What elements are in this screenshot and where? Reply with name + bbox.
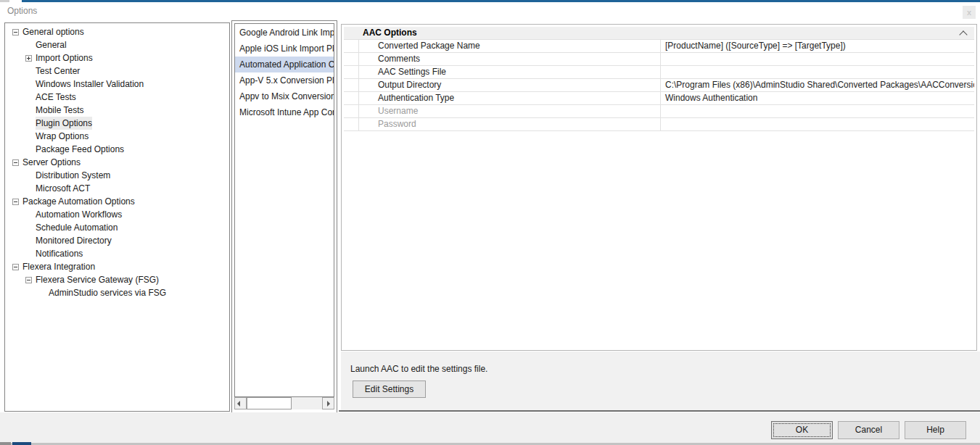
- property-name: Password: [359, 118, 661, 130]
- tree-item-label: Wrap Options: [36, 130, 88, 143]
- property-name: Comments: [359, 53, 661, 65]
- tree-item-general-options[interactable]: General options: [5, 25, 229, 38]
- row-gutter: [344, 118, 359, 130]
- property-value[interactable]: Windows Authentication: [661, 92, 974, 104]
- property-name: Username: [359, 105, 661, 117]
- scroll-left-button[interactable]: [234, 397, 247, 409]
- property-row-output-directory: Output DirectoryC:\Program Files (x86)\A…: [344, 79, 974, 92]
- tree-item-microsoft-act[interactable]: Microsoft ACT: [5, 182, 229, 195]
- plugin-item-microsoft-intune[interactable]: Microsoft Intune App Con: [235, 104, 334, 120]
- tree-item-package-automation-options[interactable]: Package Automation Options: [5, 195, 229, 208]
- plugin-list-frame: Google Android Link Imp Apple iOS Link I…: [231, 20, 337, 413]
- tree-item-test-center[interactable]: Test Center: [5, 65, 229, 78]
- property-value: [661, 118, 974, 130]
- property-grid: Converted Package Name[ProductName] ([So…: [344, 39, 974, 131]
- tree-item-windows-installer-validation[interactable]: Windows Installer Validation: [5, 78, 229, 91]
- tree-item-label: AdminStudio services via FSG: [49, 286, 166, 299]
- row-gutter: [344, 105, 359, 117]
- dialog-footer: OK Cancel Help: [0, 412, 980, 443]
- tree-collapse-icon[interactable]: [12, 29, 19, 36]
- tree-expand-icon[interactable]: [25, 55, 32, 62]
- tree-item-label: Package Feed Options: [36, 143, 124, 156]
- ok-button[interactable]: OK: [771, 421, 833, 439]
- tree-item-label: Server Options: [22, 156, 81, 169]
- plugin-item-apple-ios[interactable]: Apple iOS Link Import Plu: [235, 41, 334, 57]
- tree-item-schedule-automation[interactable]: Schedule Automation: [5, 221, 229, 234]
- property-value[interactable]: [661, 66, 974, 78]
- plugin-item-appv-5x[interactable]: App-V 5.x Conversion Plu: [235, 72, 334, 88]
- tree-item-label: Plugin Options: [36, 117, 92, 130]
- row-gutter: [344, 66, 359, 78]
- property-value[interactable]: [ProductName] ([SourceType] => [TargetTy…: [661, 40, 974, 52]
- tree-item-adminstudio-services-via-fsg[interactable]: AdminStudio services via FSG: [5, 286, 229, 299]
- tree-item-label: Mobile Tests: [36, 104, 83, 117]
- property-value: [661, 105, 974, 117]
- tree-item-ace-tests[interactable]: ACE Tests: [5, 91, 229, 104]
- plugin-list: Google Android Link Imp Apple iOS Link I…: [234, 23, 334, 397]
- tree-item-flexera-service-gateway[interactable]: Flexera Service Gateway (FSG): [5, 273, 229, 286]
- plugin-item-appv-to-msix[interactable]: Appv to Msix Conversion: [235, 88, 334, 104]
- property-value[interactable]: [661, 53, 974, 65]
- property-name: Authentication Type: [359, 92, 661, 104]
- tree-item-automation-workflows[interactable]: Automation Workflows: [5, 208, 229, 221]
- collapse-chevron-icon[interactable]: [960, 30, 967, 37]
- tree-item-wrap-options[interactable]: Wrap Options: [5, 130, 229, 143]
- cancel-button[interactable]: Cancel: [838, 421, 899, 439]
- window-title: Options: [7, 6, 37, 16]
- launch-section: Launch AAC to edit the settings file. Ed…: [341, 352, 980, 410]
- tree-item-package-feed-options[interactable]: Package Feed Options: [5, 143, 229, 156]
- tree-item-plugin-options[interactable]: Plugin Options: [5, 117, 229, 130]
- tree-item-mobile-tests[interactable]: Mobile Tests: [5, 104, 229, 117]
- tree-item-import-options[interactable]: Import Options: [5, 51, 229, 65]
- tree-item-label: Schedule Automation: [36, 221, 118, 234]
- tree-collapse-icon[interactable]: [12, 159, 19, 166]
- row-gutter: [344, 92, 359, 104]
- tree-item-label: Package Automation Options: [22, 195, 135, 208]
- property-row-username: Username: [344, 105, 974, 118]
- tree-item-label: Import Options: [36, 51, 93, 65]
- scroll-right-icon: [327, 401, 330, 407]
- tree-collapse-icon[interactable]: [12, 264, 19, 270]
- horizontal-scrollbar[interactable]: [234, 397, 334, 409]
- panel-bottom-divider: [339, 410, 980, 412]
- tree-item-notifications[interactable]: Notifications: [5, 247, 229, 260]
- tree-collapse-icon[interactable]: [12, 199, 19, 205]
- tree-item-label: Distribution System: [36, 169, 110, 182]
- row-gutter: [344, 40, 359, 52]
- tree-item-label: Notifications: [36, 247, 83, 260]
- tree-item-label: Windows Installer Validation: [36, 78, 144, 91]
- tree-collapse-icon[interactable]: [25, 277, 32, 283]
- tree-item-label: Flexera Service Gateway (FSG): [36, 273, 159, 286]
- property-row-comments: Comments: [344, 53, 974, 66]
- property-row-aac-settings-file: AAC Settings File: [344, 66, 974, 79]
- tree-item-label: Test Center: [36, 65, 80, 78]
- tree-item-label: Microsoft ACT: [36, 182, 90, 195]
- property-value[interactable]: C:\Program Files (x86)\AdminStudio Share…: [661, 79, 974, 91]
- close-icon[interactable]: x: [963, 6, 976, 19]
- tree-item-server-options[interactable]: Server Options: [5, 156, 229, 169]
- plugin-item-google-android[interactable]: Google Android Link Imp: [235, 25, 334, 41]
- edit-settings-button[interactable]: Edit Settings: [353, 380, 426, 398]
- row-gutter: [344, 79, 359, 91]
- plugin-item-automated-application[interactable]: Automated Application C: [235, 57, 334, 72]
- scrollbar-thumb[interactable]: [247, 397, 292, 409]
- tree-item-distribution-system[interactable]: Distribution System: [5, 169, 229, 182]
- property-name: AAC Settings File: [359, 66, 661, 78]
- help-button[interactable]: Help: [905, 421, 966, 439]
- launch-instruction-text: Launch AAC to edit the settings file.: [341, 352, 980, 374]
- tree-item-label: Flexera Integration: [22, 260, 95, 273]
- tree-item-label: General: [36, 38, 67, 51]
- property-name: Converted Package Name: [359, 40, 661, 52]
- property-row-converted-package-name: Converted Package Name[ProductName] ([So…: [344, 40, 974, 53]
- scroll-left-icon: [237, 401, 240, 407]
- tree-item-label: ACE Tests: [36, 91, 76, 104]
- tree-item-flexera-integration[interactable]: Flexera Integration: [5, 260, 229, 273]
- property-row-authentication-type: Authentication TypeWindows Authenticatio…: [344, 92, 974, 105]
- row-gutter: [344, 53, 359, 65]
- property-name: Output Directory: [359, 79, 661, 91]
- aac-options-header[interactable]: AAC Options: [344, 27, 974, 39]
- window-edge-fragment: [0, 0, 9, 2]
- tree-item-monitored-directory[interactable]: Monitored Directory: [5, 234, 229, 247]
- scroll-right-button[interactable]: [322, 397, 334, 409]
- tree-item-general[interactable]: General: [5, 38, 229, 51]
